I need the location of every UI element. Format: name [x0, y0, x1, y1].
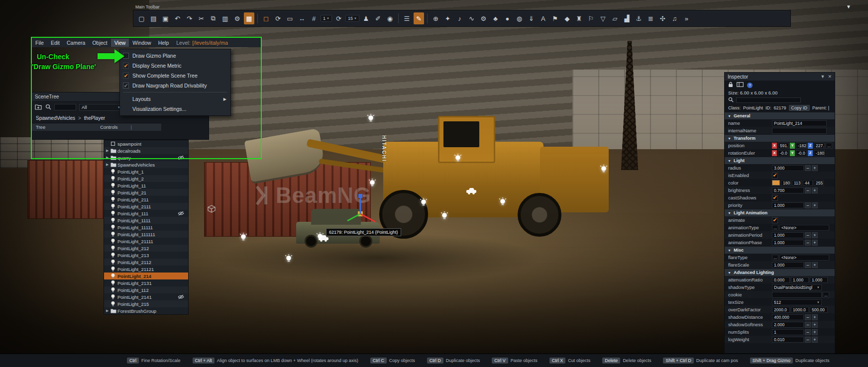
tree-row[interactable]: PointLight_2: [104, 175, 188, 182]
player-drop-icon[interactable]: ♟: [361, 12, 371, 24]
menu-item-layouts[interactable]: Layouts▶: [120, 94, 230, 104]
shadowSoftness-input[interactable]: 2.000: [772, 322, 804, 328]
light-bulb-gizmo[interactable]: [368, 179, 377, 187]
camera-icon[interactable]: ◉: [385, 12, 395, 24]
menu-item-draw-gizmo-plane[interactable]: Draw Gizmo Plane: [120, 51, 230, 61]
factory-tool-icon[interactable]: ▟: [622, 12, 632, 24]
radius-input[interactable]: 3.000: [772, 165, 804, 171]
script-tool-icon[interactable]: ▱: [610, 12, 620, 24]
crane-tool-icon[interactable]: ♜: [574, 12, 584, 24]
section-header-transform[interactable]: ▼Transform: [725, 134, 835, 142]
tree-row[interactable]: spawnpoint: [104, 140, 188, 147]
tree-row[interactable]: ▶ForestBrushGroup: [104, 307, 188, 314]
browse-button[interactable]: ...: [772, 255, 778, 261]
rotate-tool-icon[interactable]: ⟳: [273, 12, 283, 24]
light-bulb-gizmo[interactable]: [498, 197, 507, 206]
tree-expand-arrow-icon[interactable]: ▶: [106, 163, 110, 167]
menu-item-display-scene-metric[interactable]: ✔Display Scene Metric: [120, 61, 230, 71]
tree-expand-arrow-icon[interactable]: ▶: [106, 149, 110, 153]
animationPhase-input[interactable]: 1.000: [772, 240, 804, 246]
breadcrumb-item[interactable]: thePlayer: [84, 115, 105, 121]
rotationEuler-z-input[interactable]: -180: [814, 150, 825, 156]
menu-icon[interactable]: ☰: [402, 12, 412, 24]
menu-help[interactable]: Help: [155, 39, 173, 47]
brightness-input[interactable]: 0.700: [772, 187, 804, 193]
gizmo-y-axis[interactable]: [347, 214, 360, 221]
section-header-light-animation[interactable]: ▼Light Animation: [725, 209, 835, 216]
increment-button[interactable]: +: [812, 232, 818, 238]
decrement-button[interactable]: –: [805, 262, 811, 268]
tree-row[interactable]: PointLight_11: [104, 182, 188, 189]
decrement-button[interactable]: –: [805, 240, 811, 246]
scenetree-search-input[interactable]: [54, 104, 76, 110]
checkbox-checked-icon[interactable]: ✔: [123, 63, 129, 69]
paste-icon[interactable]: ▥: [220, 12, 230, 24]
decrement-button[interactable]: –: [805, 314, 811, 320]
object-select-icon[interactable]: ◻: [261, 12, 271, 24]
light-bulb-gizmo[interactable]: [599, 165, 608, 174]
more-options-button[interactable]: ...: [826, 143, 832, 149]
vehicle-marker-icon[interactable]: [465, 186, 477, 197]
flareScale-input[interactable]: 1.000: [772, 262, 804, 268]
open-file-icon[interactable]: ▤: [148, 12, 159, 24]
world-tool-icon[interactable]: ◍: [514, 12, 525, 24]
attenuationRatio-input[interactable]: 1.000: [791, 277, 809, 283]
inspector-collapse-icon[interactable]: ▼: [821, 74, 825, 79]
column-tree-label[interactable]: Tree: [36, 124, 45, 130]
marker-tool-icon[interactable]: ⚑: [550, 12, 560, 24]
harbor-tool-icon[interactable]: ⚓: [634, 12, 644, 24]
texSize-select[interactable]: 512▼: [772, 299, 822, 305]
position-x-input[interactable]: 591.: [778, 143, 789, 149]
layout-panel-icon[interactable]: [737, 82, 744, 88]
more-tools-icon[interactable]: »: [681, 12, 692, 24]
light-bulb-gizmo[interactable]: [239, 233, 248, 242]
inspector-close-icon[interactable]: ✕: [828, 74, 832, 79]
logWeight-input[interactable]: 0.010: [772, 337, 804, 343]
mixer-tool-icon[interactable]: ♫: [669, 12, 680, 24]
visibility-off-icon[interactable]: [178, 211, 184, 217]
undo-icon[interactable]: ↶: [172, 12, 183, 24]
color-channel-value[interactable]: 44: [803, 180, 813, 186]
river-tool-icon[interactable]: ▽: [598, 12, 608, 24]
menu-camera[interactable]: Camera: [63, 39, 89, 47]
tree-row[interactable]: PointLight_2131: [104, 279, 188, 286]
new-folder-icon[interactable]: [35, 103, 42, 112]
overDarkFactor-input[interactable]: 1000.0: [791, 307, 809, 313]
tree-row[interactable]: PointLight_11111: [104, 224, 188, 231]
menu-file[interactable]: File: [32, 39, 47, 47]
color-channel-value[interactable]: 113: [792, 180, 802, 186]
copy-id-button[interactable]: Copy ID: [789, 105, 810, 111]
particle-tool-icon[interactable]: ✦: [442, 12, 453, 24]
tree-row[interactable]: PointLight_2141: [104, 293, 188, 300]
menu-object[interactable]: Object: [89, 39, 110, 47]
tree-row[interactable]: PointLight_1: [104, 168, 188, 175]
redo-icon[interactable]: ↷: [184, 12, 195, 24]
light-bulb-gizmo[interactable]: [453, 154, 462, 163]
decrement-button[interactable]: –: [805, 337, 811, 343]
asset-browser-icon[interactable]: ▦: [244, 12, 254, 24]
terrain-paint-icon[interactable]: ✐: [373, 12, 383, 24]
shadowDistance-input[interactable]: 400.000: [772, 314, 804, 320]
tree-expand-arrow-icon[interactable]: ▶: [106, 156, 110, 160]
decrement-button[interactable]: –: [805, 322, 811, 328]
menu-window[interactable]: Window: [129, 39, 154, 47]
add-object-icon[interactable]: ⊕: [431, 12, 441, 24]
increment-button[interactable]: +: [812, 329, 818, 335]
animationType-select[interactable]: <None>: [779, 225, 829, 231]
transform-axis-gizmo[interactable]: [342, 193, 378, 229]
toolbar-collapse-icon[interactable]: ▼: [846, 4, 851, 9]
scenetree-filter-select[interactable]: All ▼: [79, 104, 123, 111]
audio-tool-icon[interactable]: ♪: [454, 12, 465, 24]
section-header-misc[interactable]: ▼Misc: [725, 246, 835, 254]
copy-icon[interactable]: ⧉: [208, 12, 218, 24]
visibility-off-icon[interactable]: [178, 155, 184, 161]
checkbox-checked-icon[interactable]: ✔: [123, 83, 129, 89]
castShadows-checkbox[interactable]: ✔: [772, 195, 778, 201]
increment-button[interactable]: +: [812, 322, 818, 328]
forest-tool-icon[interactable]: ♣: [490, 12, 501, 24]
rotationEuler-x-input[interactable]: -0.0: [778, 150, 789, 156]
tree-expand-arrow-icon[interactable]: ▶: [106, 309, 110, 313]
draw-tool-icon[interactable]: ✎: [414, 12, 424, 24]
animate-checkbox[interactable]: ✔: [772, 217, 778, 223]
increment-button[interactable]: +: [812, 314, 818, 320]
